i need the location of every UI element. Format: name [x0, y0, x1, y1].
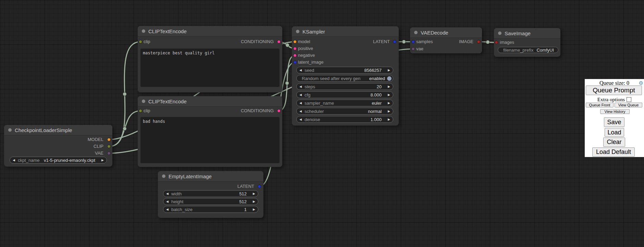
- widget-filename-prefix[interactable]: filename_prefix ComfyUI: [498, 47, 558, 53]
- input-slot-images[interactable]: [495, 41, 498, 44]
- view-queue-button[interactable]: View Queue: [615, 103, 642, 107]
- node-checkpoint-loader-simple[interactable]: CheckpointLoaderSimple MODEL CLIP VAE ◀ …: [4, 125, 112, 167]
- node-empty-latent-image[interactable]: EmptyLatentImage LATENT ◀ width 512 ▶ ◀ …: [158, 171, 263, 218]
- widget-width[interactable]: ◀ width 512 ▶: [163, 190, 258, 197]
- output-slot-conditioning[interactable]: [277, 109, 281, 113]
- node-clip-text-encode-positive[interactable]: CLIPTextEncode clip CONDITIONING masterp…: [138, 26, 282, 92]
- arrow-right-icon[interactable]: ▶: [385, 116, 393, 122]
- widget-label: scheduler: [305, 109, 324, 114]
- node-header[interactable]: SaveImage: [494, 28, 560, 39]
- output-slot-latent[interactable]: [393, 40, 396, 43]
- node-save-image[interactable]: SaveImage images filename_prefix ComfyUI: [494, 28, 560, 57]
- output-slot-image[interactable]: [477, 40, 480, 43]
- load-button[interactable]: Load: [605, 128, 624, 137]
- node-header[interactable]: KSampler: [292, 26, 399, 37]
- arrow-right-icon[interactable]: ▶: [385, 92, 393, 98]
- widget-value: 20: [377, 84, 385, 89]
- widget-label: filename_prefix: [498, 48, 533, 53]
- input-slot-latent-image[interactable]: [293, 61, 297, 64]
- output-slot-conditioning[interactable]: [277, 40, 281, 43]
- arrow-left-icon[interactable]: ◀: [297, 116, 305, 122]
- arrow-left-icon[interactable]: ◀: [297, 92, 305, 98]
- node-header[interactable]: CheckpointLoaderSimple: [4, 125, 112, 135]
- widget-label: batch_size: [171, 207, 193, 212]
- widget-scheduler[interactable]: ◀ scheduler normal ▶: [296, 108, 393, 115]
- arrow-right-icon[interactable]: ▶: [250, 198, 258, 205]
- output-slot-clip[interactable]: [107, 145, 111, 148]
- node-title: SaveImage: [505, 30, 531, 36]
- arrow-right-icon[interactable]: ▶: [250, 206, 258, 212]
- widget-denoise[interactable]: ◀ denoise 1.000 ▶: [296, 116, 393, 123]
- output-label-clip: CLIP: [94, 144, 103, 149]
- node-vae-decode[interactable]: VAEDecode samples vae IMAGE: [410, 27, 482, 53]
- view-history-button[interactable]: View History: [600, 109, 630, 114]
- collapse-dot-icon[interactable]: [414, 31, 418, 34]
- input-slot-negative[interactable]: [293, 54, 297, 57]
- input-slot-samples[interactable]: [411, 40, 415, 43]
- collapse-dot-icon[interactable]: [142, 100, 145, 103]
- node-header[interactable]: CLIPTextEncode: [138, 96, 282, 107]
- arrow-left-icon[interactable]: ◀: [297, 108, 305, 114]
- output-slot-latent[interactable]: [258, 185, 261, 188]
- widget-label: steps: [305, 84, 315, 89]
- extra-options-checkbox[interactable]: [627, 97, 631, 102]
- node-title: CLIPTextEncode: [148, 99, 187, 104]
- arrow-left-icon[interactable]: ◀: [10, 157, 18, 163]
- arrow-right-icon[interactable]: ▶: [99, 157, 107, 163]
- input-slot-positive[interactable]: [293, 47, 297, 50]
- queue-front-button[interactable]: Queue Front: [586, 103, 614, 107]
- prompt-text-area[interactable]: bad hands: [140, 117, 280, 163]
- arrow-right-icon[interactable]: ▶: [250, 191, 258, 197]
- load-default-button[interactable]: Load Default: [592, 147, 635, 157]
- arrow-left-icon[interactable]: ◀: [297, 67, 305, 73]
- widget-cfg[interactable]: ◀ cfg 8.000 ▶: [296, 91, 393, 98]
- arrow-left-icon[interactable]: ◀: [297, 100, 305, 106]
- toggle-dot-icon[interactable]: [387, 76, 392, 81]
- widget-value: 1: [244, 207, 250, 212]
- widget-height[interactable]: ◀ height 512 ▶: [163, 198, 258, 205]
- widget-batch-size[interactable]: ◀ batch_size 1 ▶: [163, 206, 258, 213]
- widget-value: v1-5-pruned-emaonly.ckpt: [44, 158, 99, 163]
- widget-sampler-name[interactable]: ◀ sampler_name euler ▶: [296, 100, 393, 106]
- collapse-dot-icon[interactable]: [8, 128, 12, 132]
- input-label-model: model: [298, 39, 310, 44]
- input-slot-model[interactable]: [293, 40, 297, 43]
- save-button[interactable]: Save: [604, 117, 624, 127]
- queue-prompt-button[interactable]: Queue Prompt: [586, 86, 642, 95]
- collapse-dot-icon[interactable]: [142, 29, 145, 33]
- node-ksampler[interactable]: KSampler model positive negative latent_…: [292, 26, 399, 126]
- widget-label: cfg: [305, 92, 310, 98]
- prompt-text-area[interactable]: masterpiece best quality girl: [140, 49, 280, 87]
- arrow-left-icon[interactable]: ◀: [163, 191, 171, 197]
- node-title: KSampler: [302, 29, 325, 35]
- arrow-right-icon[interactable]: ▶: [385, 67, 393, 73]
- clear-button[interactable]: Clear: [603, 138, 625, 147]
- input-slot-clip[interactable]: [139, 40, 142, 43]
- collapse-dot-icon[interactable]: [296, 30, 299, 33]
- collapse-dot-icon[interactable]: [498, 31, 501, 35]
- input-slot-vae[interactable]: [411, 47, 415, 51]
- arrow-right-icon[interactable]: ▶: [385, 100, 393, 106]
- widget-seed[interactable]: ◀ seed 8566257 ▶: [296, 67, 393, 74]
- input-label-positive: positive: [298, 46, 313, 51]
- arrow-left-icon[interactable]: ◀: [297, 83, 305, 90]
- input-label-clip: clip: [144, 108, 150, 114]
- input-label-clip: clip: [144, 39, 150, 44]
- node-clip-text-encode-negative[interactable]: CLIPTextEncode clip CONDITIONING bad han…: [138, 96, 282, 167]
- output-slot-vae[interactable]: [107, 152, 111, 155]
- widget-random-seed-toggle[interactable]: Random seed after every gen enabled: [296, 75, 393, 82]
- node-header[interactable]: EmptyLatentImage: [158, 171, 263, 182]
- arrow-right-icon[interactable]: ▶: [385, 83, 393, 90]
- collapse-dot-icon[interactable]: [162, 174, 165, 178]
- arrow-right-icon[interactable]: ▶: [385, 108, 393, 114]
- output-slot-model[interactable]: [107, 138, 111, 141]
- node-title: EmptyLatentImage: [169, 173, 212, 179]
- widget-steps[interactable]: ◀ steps 20 ▶: [296, 83, 393, 90]
- widget-ckpt-name[interactable]: ◀ ckpt_name v1-5-pruned-emaonly.ckpt ▶: [10, 157, 107, 164]
- widget-value: 8566257: [364, 68, 385, 73]
- node-header[interactable]: VAEDecode: [410, 27, 482, 38]
- node-header[interactable]: CLIPTextEncode: [138, 26, 282, 37]
- arrow-left-icon[interactable]: ◀: [163, 198, 171, 205]
- arrow-left-icon[interactable]: ◀: [163, 206, 171, 212]
- input-slot-clip[interactable]: [139, 109, 142, 113]
